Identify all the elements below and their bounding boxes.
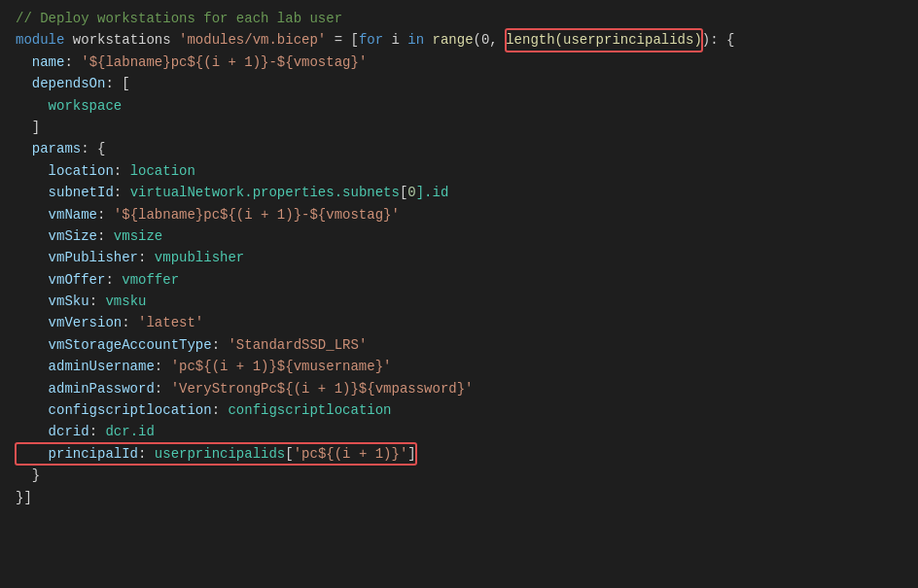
comment-text: // Deploy workstations for each lab user (16, 8, 342, 29)
code-line-vmversion: vmVersion : 'latest' (0, 312, 918, 333)
code-line-bracket-close: ] (0, 117, 918, 138)
code-editor: // Deploy workstations for each lab user… (0, 0, 918, 588)
code-line-vmsize: vmSize : vmsize (0, 225, 918, 247)
code-line-vmname: vmName : '${labname}pc${(i + 1)}-${vmost… (0, 204, 918, 225)
highlight-principalid: principalId : userprincipalids [ 'pc${(i… (16, 443, 416, 465)
code-line-dependson: dependsOn : [ (0, 73, 918, 94)
code-line-module: module workstations 'modules/vm.bicep' =… (0, 29, 918, 51)
code-line-vmpublisher: vmPublisher : vmpublisher (0, 247, 918, 268)
highlight-length-call: length(userprincipalids) (506, 29, 702, 51)
code-line-vmstorageaccounttype: vmStorageAccountType : 'StandardSSD_LRS' (0, 334, 918, 356)
code-line-params: params : { (0, 138, 918, 159)
code-line-workspace: workspace (0, 95, 918, 117)
code-line-adminusername: adminUsername : 'pc${(i + 1)}${vmusernam… (0, 356, 918, 377)
code-line-comment: // Deploy workstations for each lab user (0, 8, 918, 29)
code-line-location: location : location (0, 160, 918, 182)
code-line-close-module: }] (0, 487, 918, 508)
code-line-name: name : '${labname}pc${(i + 1)}-${vmostag… (0, 52, 918, 73)
keyword-module: module (16, 29, 64, 51)
code-line-subnetid: subnetId : virtualNetwork.properties.sub… (0, 182, 918, 203)
code-line-dcrid: dcrid : dcr.id (0, 421, 918, 442)
code-line-principalid: principalId : userprincipalids [ 'pc${(i… (0, 443, 918, 465)
code-line-vmoffer: vmOffer : vmoffer (0, 269, 918, 291)
code-line-vmsku: vmSku : vmsku (0, 291, 918, 312)
code-line-close-params: } (0, 465, 918, 486)
code-line-configscriptlocation: configscriptlocation : configscriptlocat… (0, 399, 918, 421)
code-line-adminpassword: adminPassword : 'VeryStrongPc${(i + 1)}$… (0, 378, 918, 399)
module-name: workstations (64, 29, 179, 51)
module-path: 'modules/vm.bicep' (179, 29, 326, 51)
